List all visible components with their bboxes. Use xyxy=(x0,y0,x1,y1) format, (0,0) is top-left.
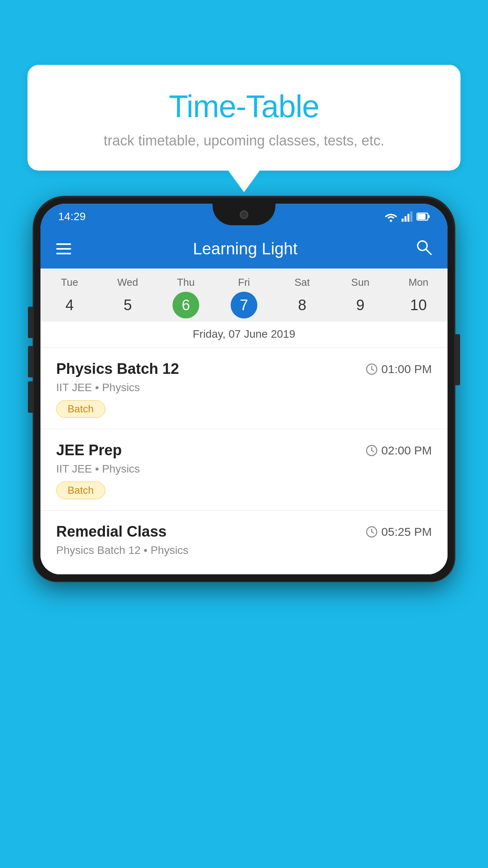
day-number: 8 xyxy=(289,292,316,318)
signal-icon xyxy=(402,211,413,222)
svg-rect-3 xyxy=(407,214,409,222)
day-number: 6 xyxy=(172,292,199,318)
day-col-mon[interactable]: Mon10 xyxy=(389,268,448,322)
svg-rect-1 xyxy=(402,219,404,222)
day-col-wed[interactable]: Wed5 xyxy=(99,268,157,322)
speech-bubble-container: Time-Table track timetable, upcoming cla… xyxy=(28,65,460,171)
phone-outer: 14:29 xyxy=(33,197,455,581)
class-item-header: Remedial Class05:25 PM xyxy=(56,523,432,540)
svg-rect-6 xyxy=(428,215,430,218)
day-number: 10 xyxy=(405,292,432,318)
hamburger-menu-button[interactable] xyxy=(56,243,71,254)
bubble-title: Time-Table xyxy=(47,88,441,125)
search-icon[interactable] xyxy=(415,239,432,259)
day-col-sat[interactable]: Sat8 xyxy=(273,268,331,322)
app-bar: Learning Light xyxy=(40,229,448,268)
days-row: Tue4Wed5Thu6Fri7Sat8Sun9Mon10 xyxy=(40,268,448,322)
camera xyxy=(240,210,248,219)
status-icons xyxy=(384,211,430,222)
svg-line-12 xyxy=(372,369,374,370)
selected-date-label: Friday, 07 June 2019 xyxy=(40,322,448,348)
wifi-icon xyxy=(384,211,398,222)
battery-icon xyxy=(416,212,430,221)
class-subject: Physics Batch 12 • Physics xyxy=(56,544,432,557)
clock-icon xyxy=(366,363,378,375)
status-bar: 14:29 xyxy=(40,204,448,229)
day-name: Thu xyxy=(157,276,215,289)
day-number: 5 xyxy=(114,292,141,318)
class-time-text: 01:00 PM xyxy=(382,362,432,376)
svg-rect-7 xyxy=(418,214,426,219)
svg-line-15 xyxy=(372,451,374,452)
day-name: Sat xyxy=(273,276,331,289)
batch-badge: Batch xyxy=(56,400,105,418)
class-time: 05:25 PM xyxy=(366,525,432,539)
class-name: Remedial Class xyxy=(56,523,167,540)
speech-bubble: Time-Table track timetable, upcoming cla… xyxy=(28,65,460,171)
svg-line-9 xyxy=(426,249,431,254)
calendar-strip: Tue4Wed5Thu6Fri7Sat8Sun9Mon10 Friday, 07… xyxy=(40,268,448,348)
batch-badge: Batch xyxy=(56,482,105,499)
class-subject: IIT JEE • Physics xyxy=(56,463,432,475)
svg-rect-2 xyxy=(405,216,407,222)
bubble-subtitle: track timetable, upcoming classes, tests… xyxy=(47,132,441,149)
class-list-item[interactable]: JEE Prep02:00 PMIIT JEE • PhysicsBatch xyxy=(40,429,448,511)
day-col-tue[interactable]: Tue4 xyxy=(40,268,99,322)
day-name: Sun xyxy=(331,276,389,289)
class-list: Physics Batch 1201:00 PMIIT JEE • Physic… xyxy=(40,348,448,574)
class-subject: IIT JEE • Physics xyxy=(56,381,432,394)
day-col-fri[interactable]: Fri7 xyxy=(215,268,273,322)
class-time-text: 05:25 PM xyxy=(382,525,432,539)
day-number: 7 xyxy=(231,292,257,318)
class-time-text: 02:00 PM xyxy=(382,444,432,457)
class-time: 01:00 PM xyxy=(366,362,432,376)
app-title: Learning Light xyxy=(87,239,404,258)
day-name: Wed xyxy=(99,276,157,289)
notch xyxy=(213,204,275,225)
class-time: 02:00 PM xyxy=(366,444,432,457)
class-list-item[interactable]: Remedial Class05:25 PMPhysics Batch 12 •… xyxy=(40,511,448,574)
day-name: Mon xyxy=(389,276,448,289)
phone-mockup: 14:29 xyxy=(33,197,455,868)
class-item-header: JEE Prep02:00 PM xyxy=(56,442,432,459)
class-name: Physics Batch 12 xyxy=(56,360,179,377)
class-name: JEE Prep xyxy=(56,442,122,459)
class-item-header: Physics Batch 1201:00 PM xyxy=(56,360,432,377)
class-list-item[interactable]: Physics Batch 1201:00 PMIIT JEE • Physic… xyxy=(40,348,448,429)
svg-point-0 xyxy=(390,220,392,222)
day-col-thu[interactable]: Thu6 xyxy=(157,268,215,322)
clock-icon xyxy=(366,445,378,456)
day-name: Tue xyxy=(40,276,99,289)
day-number: 9 xyxy=(347,292,374,318)
phone-screen: 14:29 xyxy=(40,204,448,574)
day-name: Fri xyxy=(215,276,273,289)
svg-line-18 xyxy=(372,532,374,533)
day-col-sun[interactable]: Sun9 xyxy=(331,268,389,322)
clock-icon xyxy=(366,526,378,538)
svg-rect-4 xyxy=(411,211,413,222)
status-time: 14:29 xyxy=(58,210,86,223)
day-number: 4 xyxy=(56,292,83,318)
